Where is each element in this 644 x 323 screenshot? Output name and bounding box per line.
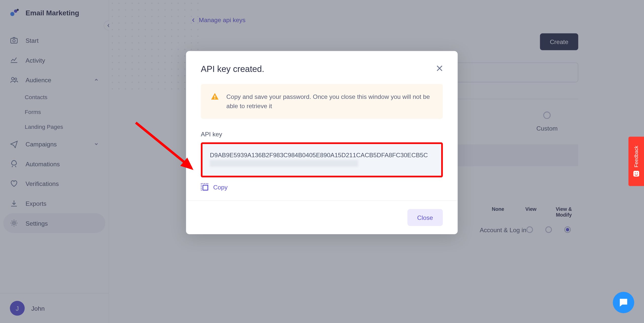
api-key-modal: API key created. Copy and save your pass… — [186, 51, 458, 234]
copy-icon — [201, 183, 208, 190]
smiley-icon — [633, 171, 639, 177]
svg-rect-9 — [214, 98, 215, 99]
svg-point-14 — [637, 173, 638, 174]
alert-text: Copy and save your password. Once you cl… — [226, 92, 433, 111]
feedback-tab[interactable]: Feedback — [628, 137, 644, 186]
svg-rect-8 — [214, 96, 215, 98]
api-key-hidden — [210, 160, 358, 167]
warning-alert: Copy and save your password. Once you cl… — [201, 84, 443, 119]
copy-button[interactable]: Copy — [201, 183, 443, 190]
warning-icon — [211, 92, 219, 100]
close-button[interactable]: Close — [407, 209, 443, 226]
chat-launcher[interactable] — [613, 292, 634, 313]
modal-close-button[interactable] — [436, 65, 443, 73]
svg-point-13 — [635, 173, 636, 174]
api-key-label: API key — [201, 131, 443, 138]
svg-rect-12 — [633, 171, 639, 177]
close-icon — [436, 65, 443, 71]
copy-label: Copy — [213, 183, 227, 190]
modal-title: API key created. — [201, 64, 264, 74]
feedback-label: Feedback — [633, 146, 639, 167]
api-key-text: D9AB9E5939A136B2F983C984B0405E890A15D211… — [210, 151, 428, 158]
chat-icon — [618, 297, 629, 308]
api-key-value[interactable]: D9AB9E5939A136B2F983C984B0405E890A15D211… — [201, 142, 443, 177]
